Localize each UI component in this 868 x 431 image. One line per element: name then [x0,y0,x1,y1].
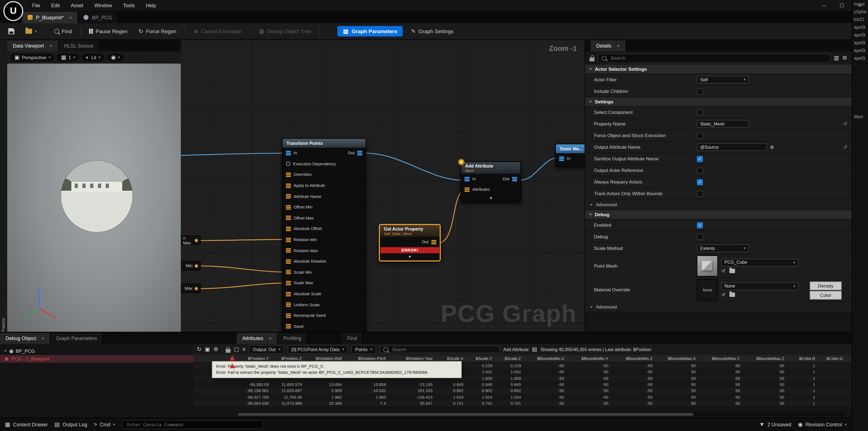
content-drawer-button[interactable]: ▦Content Drawer [5,422,48,427]
force-extraction-checkbox[interactable] [697,132,703,138]
input-pin-icon[interactable] [465,177,469,181]
close-tab-icon[interactable]: × [617,43,620,49]
column-header[interactable]: $Color.R [787,356,818,361]
clipped-node-fragment[interactable]: Min [181,261,201,270]
find-button[interactable]: Find [51,27,75,36]
horizontal-scrollbar[interactable] [238,413,845,416]
tab-debug-object[interactable]: Debug Object× [0,333,51,344]
tp-pin-row-apply-to-attribute[interactable]: Apply to Attribute [283,180,366,191]
tab-profiling[interactable]: Profiling [278,333,308,344]
gear-icon[interactable]: ⚙ [842,55,847,61]
cancel-execution-button[interactable]: ⊗Cancel Execution [191,27,245,36]
input-pin-icon[interactable] [286,173,291,177]
debug-tree-root[interactable]: ▾ BP_PCG [0,347,193,355]
column-header[interactable]: $BoundsMin.Y [567,356,612,361]
menu-window[interactable]: Window [89,3,118,8]
advanced-collapsed-debug[interactable]: ▸Advanced [585,302,852,312]
execution-pin-icon[interactable] [286,162,290,166]
inspect-indicator-icon[interactable] [458,159,465,165]
material-override-thumbnail[interactable]: None [697,279,718,300]
tp-pin-row-seed[interactable]: Seed [283,321,366,332]
input-pin-icon[interactable] [286,216,291,220]
color-button[interactable]: Color [810,291,842,300]
tp-pin-row-offset-max[interactable]: Offset Max [283,213,366,223]
use-selected-asset-icon[interactable]: ↺ [721,292,725,297]
tab-graph-parameters[interactable]: Graph Parameters [51,333,103,344]
reset-to-default-icon[interactable]: ↺ [843,121,847,127]
add-attribute-button[interactable]: Add Attribute [503,347,529,352]
column-header[interactable]: $Scale.X [436,356,467,361]
show-flags-dropdown[interactable]: ◉▾ [107,54,124,61]
attributes-pin-icon[interactable] [465,187,469,192]
input-pin-icon[interactable] [286,151,291,155]
tp-pin-row-in[interactable]: InOut [283,148,366,158]
browse-to-asset-icon[interactable] [729,292,735,297]
tab-attributes[interactable]: Attributes× [237,333,278,344]
output-pin-icon[interactable] [195,287,198,290]
graph-parameters-button[interactable]: ▤Graph Parameters [338,26,403,36]
collapse-chevron-icon[interactable]: ▾ [380,253,440,260]
menu-help[interactable]: Help [140,3,161,8]
output-pin-icon[interactable] [512,177,517,181]
output-pin-icon[interactable] [431,240,436,244]
node-title[interactable]: Transform Points [283,139,366,148]
close-tab-icon[interactable]: × [41,336,44,341]
details-search-input[interactable] [610,55,827,61]
tp-pin-row-absolute-offset[interactable]: Absolute Offset [283,223,366,234]
column-header[interactable]: $BoundsMax.Y [699,356,743,361]
data-collection-dropdown[interactable]: [0] PCGPoint Array Data▾ [287,345,348,354]
enabled-checkbox[interactable] [697,222,703,228]
close-tab-icon[interactable]: × [269,336,272,341]
tp-pin-row-scale-min[interactable]: Scale Min [283,267,366,278]
menu-file[interactable]: File [27,3,45,8]
column-header[interactable]: $Position.Y [238,356,272,361]
tp-pin-row-rotation-max[interactable]: Rotation Max [283,245,366,256]
input-pin-icon[interactable] [286,324,291,329]
tp-pin-row-overrides[interactable]: Overrides [283,169,366,180]
output-actor-reference-checkbox[interactable] [697,167,703,173]
input-pin-icon[interactable] [286,281,291,285]
unsaved-button[interactable]: ▼2 Unsaved [759,422,792,427]
close-button[interactable]: × [856,3,863,8]
column-header[interactable]: $Scale.Z [496,356,524,361]
3d-viewport[interactable]: Z X Y [7,64,181,332]
column-header[interactable]: $Position.Z [272,356,305,361]
tp-pin-row-execution-dependency[interactable]: Execution Dependency [283,158,366,169]
tab-hlsl-source[interactable]: HLSL Source [58,40,99,52]
table-row[interactable]: -99,564.03611,879.98820.346-7.495.0470.7… [193,400,852,407]
table-row[interactable]: -99,380.0811,605.57913.89410.808-23.1930… [193,381,852,388]
output-pin-icon[interactable] [195,239,198,242]
tab-find[interactable]: Find [342,333,363,344]
browse-button[interactable]: ▾ [23,27,39,35]
maximize-button[interactable]: ☐ [838,3,845,8]
output-pin-dropdown[interactable]: Output: Out▾ [249,345,284,354]
input-pin-icon[interactable] [286,259,291,264]
column-header[interactable]: $BoundsMax.Z [743,356,787,361]
output-log-button[interactable]: ▤Output Log [55,422,87,427]
tp-pin-row-recompute-seed[interactable]: Recompute Seed [283,310,366,321]
console-command-input[interactable] [126,422,259,428]
add-icon[interactable]: ⊕ [770,144,774,150]
palette-tab[interactable]: Palette [0,40,8,332]
revision-control-button[interactable]: ◉Revision Control▾ [798,422,847,427]
select-component-checkbox[interactable] [697,109,703,115]
attributes-search-input[interactable] [391,346,496,352]
lit-dropdown[interactable]: ◐Lit▾ [82,54,104,61]
camera-speed-dropdown[interactable]: ▦1▾ [57,54,79,61]
node-static-mesh-spawner[interactable]: Static Me... In [555,144,585,167]
unreal-logo-icon[interactable]: U [3,1,23,21]
details-search[interactable] [598,53,830,63]
lock-icon[interactable] [590,57,594,61]
density-button[interactable]: Density [810,281,842,290]
tp-pin-row-rotation-min[interactable]: Rotation Min [283,235,366,245]
node-transform-points[interactable]: Transform Points InOutExecution Dependen… [282,138,366,332]
output-pin-icon[interactable] [357,151,362,155]
get-actor-property-out-row[interactable]: Out [380,237,440,247]
close-tab-icon[interactable]: × [69,14,72,20]
browse-to-asset-icon[interactable] [729,269,735,273]
output-attribute-name-field[interactable]: @Source [697,143,767,151]
menu-icon[interactable]: ▤ [532,347,537,352]
add-attribute-attributes-row[interactable]: Attributes [461,184,520,195]
table-row[interactable]: -99,158.06111,625.6972.909-10.031161.163… [193,388,852,394]
gear-icon[interactable]: ⚙ [214,347,218,352]
